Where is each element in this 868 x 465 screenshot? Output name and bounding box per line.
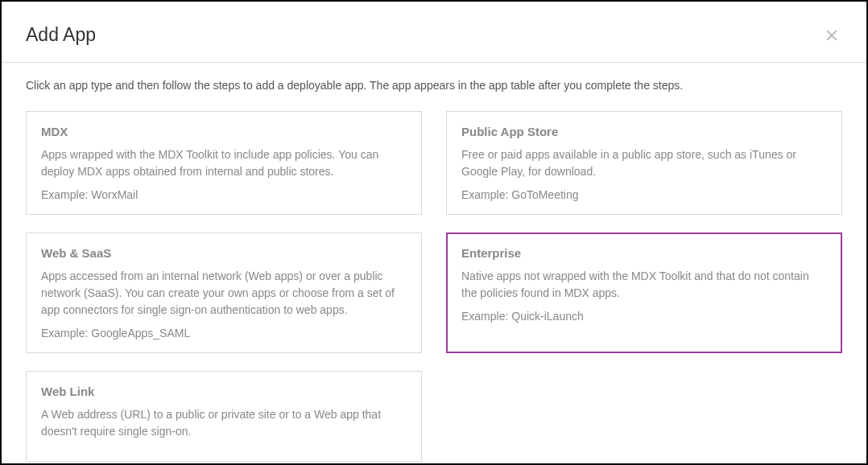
card-description: Apps accessed from an internal network (… <box>41 268 407 319</box>
app-type-web-saas[interactable]: Web & SaaS Apps accessed from an interna… <box>26 232 422 353</box>
app-type-mdx[interactable]: MDX Apps wrapped with the MDX Toolkit to… <box>26 111 422 215</box>
card-example: Example: GoToMeeting <box>461 188 827 201</box>
intro-text: Click an app type and then follow the st… <box>26 79 842 92</box>
card-example: Example: GoogleApps_SAML <box>41 327 407 339</box>
close-icon <box>825 28 839 43</box>
modal-header: Add App <box>2 2 866 63</box>
close-button[interactable] <box>821 25 842 46</box>
app-type-grid: MDX Apps wrapped with the MDX Toolkit to… <box>26 111 842 462</box>
card-description: Free or paid apps available in a public … <box>461 146 827 180</box>
card-description: A Web address (URL) to a public or priva… <box>41 406 407 440</box>
card-description: Apps wrapped with the MDX Toolkit to inc… <box>41 146 407 180</box>
app-type-enterprise[interactable]: Enterprise Native apps not wrapped with … <box>446 232 842 353</box>
card-title: Web Link <box>41 385 407 398</box>
card-example: Example: WorxMail <box>41 188 407 201</box>
modal-body: Click an app type and then follow the st… <box>2 63 866 465</box>
app-type-web-link[interactable]: Web Link A Web address (URL) to a public… <box>26 371 422 462</box>
modal-title: Add App <box>26 24 96 46</box>
card-example: Example: Quick-iLaunch <box>461 310 827 323</box>
card-description: Native apps not wrapped with the MDX Too… <box>461 268 827 302</box>
card-title: Public App Store <box>461 125 827 138</box>
card-title: Enterprise <box>461 246 827 260</box>
card-title: Web & SaaS <box>41 246 407 260</box>
card-title: MDX <box>41 125 407 138</box>
app-type-public-app-store[interactable]: Public App Store Free or paid apps avail… <box>446 111 842 215</box>
